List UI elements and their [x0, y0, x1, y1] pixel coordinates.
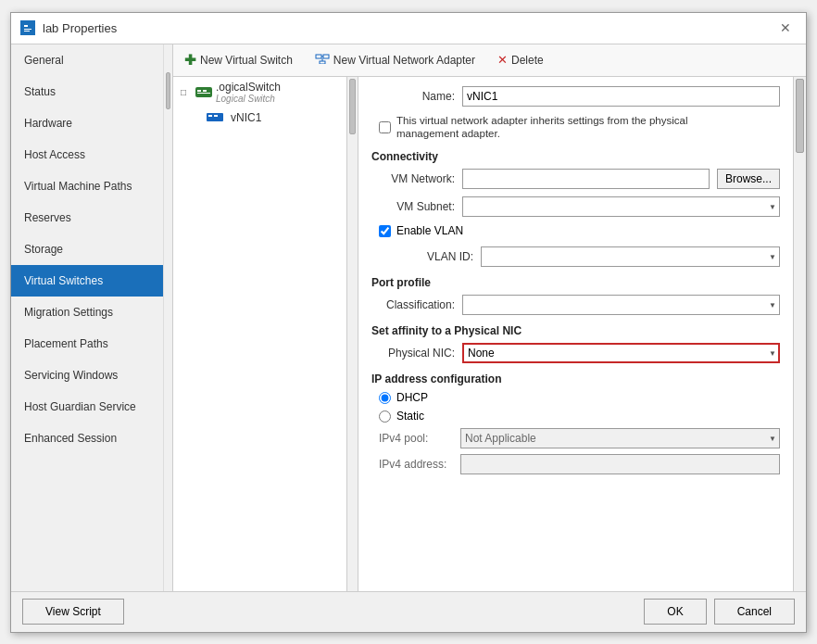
sidebar-scrollbar[interactable] [163, 44, 172, 591]
vlan-id-select[interactable] [481, 246, 780, 267]
delete-icon: ✕ [497, 53, 508, 67]
sidebar: General Status Hardware Host Access Virt… [11, 44, 173, 591]
classification-wrapper [462, 295, 780, 315]
sidebar-item-placement-paths[interactable]: Placement Paths [11, 328, 163, 360]
split-pane: □ .ogicalSwitch [173, 77, 806, 591]
physical-nic-select[interactable]: None [462, 343, 780, 363]
name-row: Name: [371, 86, 780, 107]
ip-config-title: IP address configuration [371, 373, 780, 385]
static-label: Static [396, 410, 424, 423]
svg-rect-11 [203, 90, 207, 92]
ipv4-pool-select[interactable]: Not Applicable [460, 428, 780, 448]
svg-rect-14 [208, 115, 212, 117]
port-profile-title: Port profile [371, 276, 780, 289]
browse-button[interactable]: Browse... [717, 169, 780, 189]
svg-rect-2 [24, 29, 31, 30]
new-virtual-switch-button[interactable]: ✚ New Virtual Switch [181, 50, 296, 70]
classification-select[interactable] [462, 295, 780, 315]
sidebar-scrollbar-thumb [166, 72, 170, 109]
connectivity-title: Connectivity [371, 150, 780, 163]
tree-item-vnic1[interactable]: vNIC1 [173, 107, 346, 128]
physical-nic-row: Physical NIC: None [371, 343, 780, 363]
dhcp-label: DHCP [396, 391, 428, 404]
plus-icon: ✚ [184, 52, 196, 69]
vlan-id-label: VLAN ID: [390, 250, 473, 263]
footer: View Script OK Cancel [11, 591, 806, 632]
sidebar-item-virtual-switches[interactable]: Virtual Switches [11, 265, 163, 297]
expand-icon[interactable]: □ [181, 87, 192, 97]
ipv4-address-row: IPv4 address: [371, 454, 780, 474]
dhcp-row: DHCP [371, 391, 780, 404]
static-radio[interactable] [379, 410, 391, 423]
svg-rect-3 [24, 31, 30, 32]
tree-scrollbar-thumb [349, 79, 356, 134]
right-panel: ✚ New Virtual Switch New Virtual Networ [173, 44, 806, 591]
dhcp-radio[interactable] [379, 392, 391, 404]
app-icon [20, 20, 35, 35]
delete-label: Delete [511, 54, 544, 67]
sidebar-item-general[interactable]: General [11, 44, 163, 76]
inherit-row: This virtual network adapter inherits se… [371, 114, 780, 142]
tree-panel: □ .ogicalSwitch [173, 77, 358, 591]
title-bar-left: lab Properties [20, 20, 117, 35]
sidebar-item-host-access[interactable]: Host Access [11, 139, 163, 170]
sidebar-item-storage[interactable]: Storage [11, 234, 163, 265]
new-virtual-switch-label: New Virtual Switch [200, 54, 293, 67]
svg-rect-1 [24, 25, 28, 27]
main-window: lab Properties ✕ General Status Hardware… [10, 12, 807, 633]
view-script-button[interactable]: View Script [22, 599, 124, 625]
logical-switch-sublabel: Logical Switch [216, 94, 281, 104]
vm-subnet-select[interactable] [462, 196, 780, 217]
ipv4-address-label: IPv4 address: [379, 458, 453, 471]
network-icon [315, 53, 330, 67]
enable-vlan-checkbox[interactable] [379, 225, 391, 237]
switch-icon [195, 86, 212, 98]
vlan-id-wrapper [481, 246, 780, 267]
vm-subnet-row: VM Subnet: [371, 196, 780, 217]
cancel-button[interactable]: Cancel [714, 599, 795, 625]
vm-network-label: VM Network: [371, 172, 455, 185]
toolbar: ✚ New Virtual Switch New Virtual Networ [173, 44, 806, 77]
sidebar-item-hardware[interactable]: Hardware [11, 107, 163, 139]
logical-switch-name: .ogicalSwitch [216, 81, 281, 94]
sidebar-item-reserves[interactable]: Reserves [11, 202, 163, 234]
tree-item-logical-switch[interactable]: □ .ogicalSwitch [173, 77, 346, 107]
sidebar-item-status[interactable]: Status [11, 76, 163, 107]
affinity-title: Set affinity to a Physical NIC [371, 324, 780, 337]
vm-network-input[interactable] [462, 169, 710, 189]
tree-scrollbar[interactable] [346, 77, 358, 591]
footer-right: OK Cancel [644, 599, 795, 625]
detail-scrollbar[interactable] [793, 77, 806, 591]
sidebar-item-enhanced-session[interactable]: Enhanced Session [11, 423, 163, 454]
ipv4-address-input[interactable] [460, 454, 780, 474]
classification-row: Classification: [371, 295, 780, 315]
close-button[interactable]: ✕ [774, 19, 797, 37]
logical-switch-labels: .ogicalSwitch Logical Switch [216, 81, 281, 104]
name-input[interactable] [462, 86, 780, 107]
svg-rect-13 [207, 113, 223, 121]
sidebar-item-migration-settings[interactable]: Migration Settings [11, 297, 163, 328]
new-network-adapter-button[interactable]: New Virtual Network Adapter [311, 51, 479, 69]
sidebar-item-virtual-machine-paths[interactable]: Virtual Machine Paths [11, 170, 163, 202]
delete-button[interactable]: ✕ Delete [494, 51, 547, 69]
detail-scrollbar-thumb [796, 79, 804, 153]
inherit-checkbox[interactable] [379, 121, 391, 133]
title-bar: lab Properties ✕ [11, 13, 806, 44]
sidebar-list: General Status Hardware Host Access Virt… [11, 44, 163, 591]
enable-vlan-label: Enable VLAN [396, 224, 463, 237]
detail-area: Name: This virtual network adapter inher… [358, 77, 806, 591]
vnic1-label: vNIC1 [231, 111, 261, 124]
detail-panel: Name: This virtual network adapter inher… [358, 77, 793, 591]
physical-nic-label: Physical NIC: [371, 347, 455, 360]
static-row: Static [371, 410, 780, 423]
vm-subnet-wrapper [462, 196, 780, 217]
ok-button[interactable]: OK [644, 599, 706, 625]
sidebar-item-host-guardian-service[interactable]: Host Guardian Service [11, 391, 163, 423]
svg-rect-0 [22, 22, 33, 33]
vnic-icon [207, 111, 223, 123]
sidebar-item-servicing-windows[interactable]: Servicing Windows [11, 360, 163, 391]
window-title: lab Properties [43, 21, 117, 35]
main-content: General Status Hardware Host Access Virt… [11, 44, 806, 591]
vm-subnet-label: VM Subnet: [371, 200, 455, 213]
svg-rect-5 [323, 55, 329, 58]
